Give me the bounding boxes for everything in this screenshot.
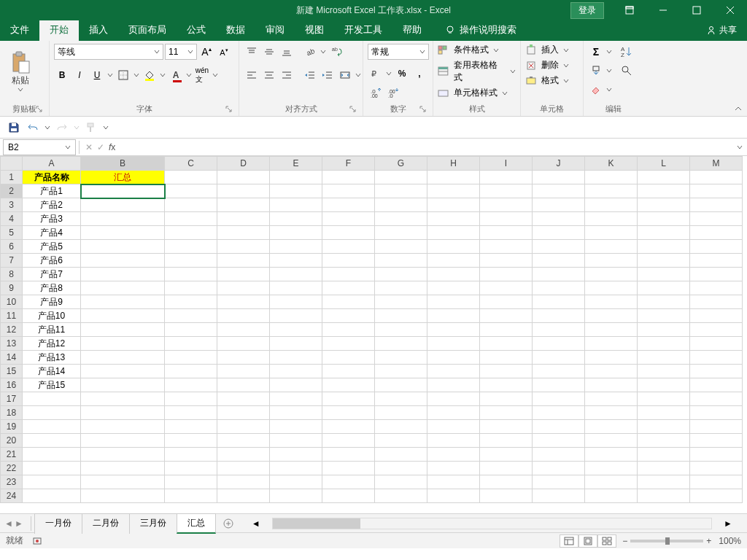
cell[interactable]: [270, 295, 322, 309]
cell[interactable]: [81, 365, 165, 378]
column-header[interactable]: E: [270, 157, 322, 171]
row-header[interactable]: 11: [1, 309, 23, 323]
clear-button[interactable]: [588, 82, 604, 98]
cell[interactable]: [690, 392, 743, 406]
cell[interactable]: [375, 281, 427, 295]
cell[interactable]: [270, 378, 322, 392]
save-button[interactable]: [6, 120, 22, 136]
cell[interactable]: [375, 226, 427, 240]
cell[interactable]: [690, 462, 743, 475]
comma-button[interactable]: ,: [411, 66, 427, 82]
cell[interactable]: [81, 434, 165, 448]
cell[interactable]: [217, 240, 270, 254]
sheet-tab[interactable]: 汇总: [177, 513, 216, 534]
cell[interactable]: 产品8: [23, 281, 81, 295]
cell[interactable]: [690, 226, 743, 240]
cell[interactable]: [375, 351, 427, 365]
cell[interactable]: [638, 434, 690, 448]
cell[interactable]: [480, 323, 533, 337]
cell[interactable]: [585, 392, 638, 406]
cell[interactable]: [322, 475, 375, 489]
cell[interactable]: [480, 351, 533, 365]
cell-styles-button[interactable]: 单元格样式: [438, 87, 508, 99]
column-header[interactable]: B: [81, 157, 165, 171]
cell[interactable]: [217, 337, 270, 351]
cell[interactable]: [375, 462, 427, 475]
cell[interactable]: [322, 434, 375, 448]
cell[interactable]: [638, 281, 690, 295]
cell[interactable]: [427, 171, 480, 184]
orientation-dropdown[interactable]: [320, 44, 327, 60]
cell[interactable]: 产品3: [23, 212, 81, 226]
row-header[interactable]: 7: [1, 254, 23, 268]
font-color-button[interactable]: A: [168, 67, 184, 83]
cell[interactable]: [690, 171, 743, 184]
cell[interactable]: [270, 323, 322, 337]
cell[interactable]: [585, 212, 638, 226]
bold-button[interactable]: B: [54, 67, 70, 83]
cell[interactable]: [427, 448, 480, 462]
cell[interactable]: [270, 212, 322, 226]
cell[interactable]: [690, 365, 743, 378]
increase-decimal-button[interactable]: .0.00: [368, 85, 384, 101]
cell[interactable]: [165, 184, 217, 198]
cell[interactable]: [427, 240, 480, 254]
cell[interactable]: [81, 448, 165, 462]
cell[interactable]: [165, 475, 217, 489]
cell[interactable]: [480, 184, 533, 198]
row-header[interactable]: 6: [1, 240, 23, 254]
cell[interactable]: [585, 240, 638, 254]
sort-filter-button[interactable]: AZ: [619, 44, 635, 60]
row-header[interactable]: 10: [1, 295, 23, 309]
cell[interactable]: [638, 254, 690, 268]
row-header[interactable]: 5: [1, 226, 23, 240]
row-header[interactable]: 3: [1, 198, 23, 212]
cell[interactable]: [533, 392, 585, 406]
cell[interactable]: [375, 240, 427, 254]
cell[interactable]: [427, 268, 480, 281]
cell[interactable]: [217, 171, 270, 184]
row-header[interactable]: 23: [1, 475, 23, 489]
cell[interactable]: [533, 462, 585, 475]
cell[interactable]: [375, 184, 427, 198]
align-middle-button[interactable]: [261, 44, 277, 60]
share-button[interactable]: 共享: [696, 20, 747, 41]
cell[interactable]: [217, 323, 270, 337]
cell[interactable]: [427, 392, 480, 406]
cell[interactable]: [322, 240, 375, 254]
cell[interactable]: [270, 475, 322, 489]
cell[interactable]: [585, 198, 638, 212]
row-header[interactable]: 4: [1, 212, 23, 226]
tab-review[interactable]: 审阅: [255, 19, 295, 41]
column-header[interactable]: G: [375, 157, 427, 171]
cell[interactable]: [375, 475, 427, 489]
cell[interactable]: [270, 171, 322, 184]
cell[interactable]: [322, 462, 375, 475]
cell[interactable]: [322, 254, 375, 268]
cell[interactable]: [690, 323, 743, 337]
enter-formula-button[interactable]: ✓: [97, 142, 104, 152]
cell[interactable]: [322, 337, 375, 351]
cell[interactable]: [427, 198, 480, 212]
cell[interactable]: [81, 212, 165, 226]
dialog-launcher-icon[interactable]: [349, 106, 357, 113]
cell[interactable]: [217, 378, 270, 392]
cell[interactable]: [585, 434, 638, 448]
align-left-button[interactable]: [244, 67, 260, 83]
cell[interactable]: [585, 406, 638, 420]
cell[interactable]: [690, 337, 743, 351]
cell[interactable]: [270, 448, 322, 462]
cell[interactable]: [375, 448, 427, 462]
cell[interactable]: [533, 254, 585, 268]
cell[interactable]: 产品11: [23, 323, 81, 337]
cell[interactable]: [690, 489, 743, 503]
cell[interactable]: [480, 281, 533, 295]
column-header[interactable]: L: [638, 157, 690, 171]
cell[interactable]: [638, 323, 690, 337]
phonetic-dropdown[interactable]: [212, 67, 219, 83]
zoom-out-button[interactable]: −: [622, 536, 627, 546]
cell[interactable]: [23, 448, 81, 462]
cell[interactable]: [585, 462, 638, 475]
paste-button[interactable]: 粘贴: [4, 44, 36, 99]
cell[interactable]: [533, 184, 585, 198]
